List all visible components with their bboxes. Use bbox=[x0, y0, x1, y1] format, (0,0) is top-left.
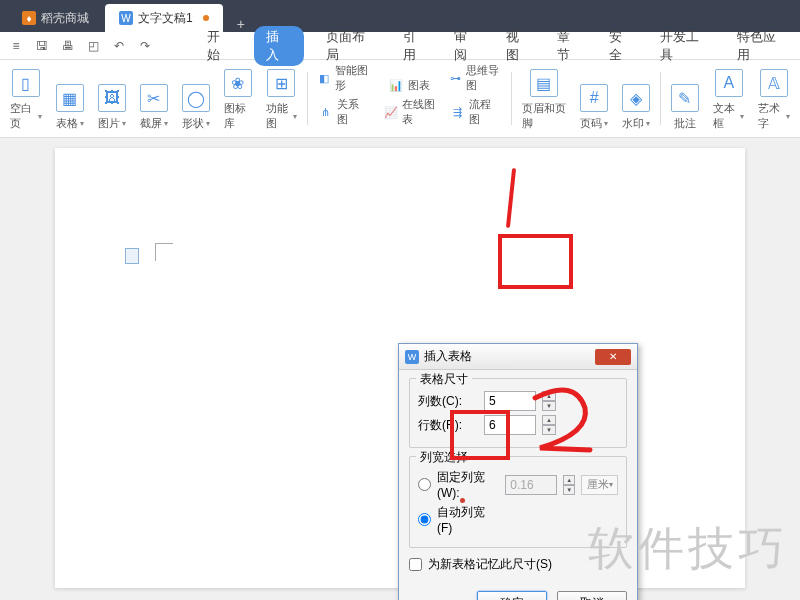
menu-layout[interactable]: 页面布局 bbox=[322, 26, 381, 66]
ribbon-diagram-group: ⊶思维导图 ⇶流程图 bbox=[443, 66, 507, 131]
tab-label: 稻壳商城 bbox=[41, 10, 89, 27]
chart-icon: 📊 bbox=[388, 77, 404, 93]
ribbon-textbox[interactable]: A文本框▾ bbox=[707, 66, 751, 131]
menu-insert[interactable]: 插入 bbox=[254, 26, 303, 66]
grid-icon: ⊞ bbox=[267, 69, 295, 97]
menu-dev[interactable]: 开发工具 bbox=[656, 26, 715, 66]
ribbon-smartart[interactable]: ◧智能图形 bbox=[318, 63, 370, 93]
fixed-width-input bbox=[505, 475, 557, 495]
undo-icon[interactable]: ↶ bbox=[111, 38, 127, 54]
flame-icon: ♦ bbox=[22, 11, 36, 25]
menu-review[interactable]: 审阅 bbox=[450, 26, 483, 66]
ribbon-pagenum[interactable]: #页码▾ bbox=[574, 66, 614, 131]
close-button[interactable]: ✕ bbox=[595, 349, 631, 365]
menu-view[interactable]: 视图 bbox=[502, 26, 535, 66]
size-legend: 表格尺寸 bbox=[416, 371, 472, 388]
modified-dot-icon bbox=[203, 15, 209, 21]
app-icon: W bbox=[405, 350, 419, 364]
smartart-icon: ◧ bbox=[318, 70, 331, 86]
rows-input[interactable] bbox=[484, 415, 536, 435]
fixed-width-spinner: ▲▼ bbox=[563, 475, 575, 495]
preview-icon[interactable]: ◰ bbox=[85, 38, 101, 54]
ribbon-relation[interactable]: ⋔关系图 bbox=[318, 97, 370, 127]
menu-security[interactable]: 安全 bbox=[605, 26, 638, 66]
flowchart-icon: ⇶ bbox=[449, 104, 465, 120]
comment-icon: ✎ bbox=[671, 84, 699, 112]
save-icon[interactable]: 🖫 bbox=[34, 38, 50, 54]
menu-ref[interactable]: 引用 bbox=[399, 26, 432, 66]
tab-label: 文字文稿1 bbox=[138, 10, 193, 27]
relation-icon: ⋔ bbox=[318, 104, 334, 120]
menu-special[interactable]: 特色应用 bbox=[733, 26, 792, 66]
pagenum-icon: # bbox=[580, 84, 608, 112]
width-legend: 列宽选择 bbox=[416, 449, 472, 466]
menu-chapter[interactable]: 章节 bbox=[553, 26, 586, 66]
ribbon-table[interactable]: ▦表格▾ bbox=[50, 66, 90, 131]
shape-icon: ◯ bbox=[182, 84, 210, 112]
ribbon-flowchart[interactable]: ⇶流程图 bbox=[449, 97, 501, 127]
ribbon-headerfooter[interactable]: ▤页眉和页脚 bbox=[516, 66, 572, 131]
cols-spinner[interactable]: ▲▼ bbox=[542, 391, 556, 411]
auto-width-label: 自动列宽(F) bbox=[437, 504, 497, 535]
remember-label: 为新表格记忆此尺寸(S) bbox=[428, 556, 552, 573]
unit-select[interactable]: 厘米▾ bbox=[581, 475, 618, 495]
ribbon-picture[interactable]: 🖼图片▾ bbox=[92, 66, 132, 131]
gallery-icon: ❀ bbox=[224, 69, 252, 97]
ribbon-onlinechart[interactable]: 📈在线图表 bbox=[384, 97, 436, 127]
fixed-width-label: 固定列宽(W): bbox=[437, 469, 499, 500]
table-icon: ▦ bbox=[56, 84, 84, 112]
remember-checkbox[interactable] bbox=[409, 558, 422, 571]
picture-icon: 🖼 bbox=[98, 84, 126, 112]
menu-icon[interactable]: ≡ bbox=[8, 38, 24, 54]
cols-label: 列数(C): bbox=[418, 393, 478, 410]
ribbon-watermark[interactable]: ◈水印▾ bbox=[616, 66, 656, 131]
fixed-width-radio[interactable] bbox=[418, 478, 431, 491]
ribbon-wordart[interactable]: 𝔸艺术字▾ bbox=[752, 66, 796, 131]
textbox-icon: A bbox=[715, 69, 743, 97]
ribbon-charts-group2: 📊图表 📈在线图表 bbox=[378, 66, 442, 131]
page-icon: ▯ bbox=[12, 69, 40, 97]
print-icon[interactable]: 🖶 bbox=[60, 38, 76, 54]
wordart-icon: 𝔸 bbox=[760, 69, 788, 97]
dialog-title: 插入表格 bbox=[424, 348, 472, 365]
ribbon-charts-group: ◧智能图形 ⋔关系图 bbox=[312, 66, 376, 131]
menu-start[interactable]: 开始 bbox=[203, 26, 236, 66]
onlinechart-icon: 📈 bbox=[384, 104, 398, 120]
ok-button[interactable]: 确定 bbox=[477, 591, 547, 600]
cols-input[interactable] bbox=[484, 391, 536, 411]
redo-icon[interactable]: ↷ bbox=[137, 38, 153, 54]
watermark-icon: ◈ bbox=[622, 84, 650, 112]
auto-width-radio[interactable] bbox=[418, 513, 431, 526]
ribbon-shape[interactable]: ◯形状▾ bbox=[176, 66, 216, 131]
ribbon-gallery[interactable]: ❀图标库 bbox=[218, 66, 258, 131]
mindmap-icon: ⊶ bbox=[449, 70, 462, 86]
ribbon-comment[interactable]: ✎批注 bbox=[665, 66, 705, 131]
header-icon: ▤ bbox=[530, 69, 558, 97]
rows-label: 行数(R): bbox=[418, 417, 478, 434]
watermark-text: 软件技巧 bbox=[588, 518, 788, 580]
page-marker-icon bbox=[125, 248, 139, 264]
tab-shell[interactable]: ♦ 稻壳商城 bbox=[8, 4, 103, 32]
ribbon-feature[interactable]: ⊞功能图▾ bbox=[260, 66, 304, 131]
doc-icon: W bbox=[119, 11, 133, 25]
margin-corner-icon bbox=[155, 243, 173, 261]
ribbon-screenshot[interactable]: ✂截屏▾ bbox=[134, 66, 174, 131]
scissors-icon: ✂ bbox=[140, 84, 168, 112]
rows-spinner[interactable]: ▲▼ bbox=[542, 415, 556, 435]
ribbon-chart[interactable]: 📊图表 bbox=[388, 77, 430, 93]
cancel-button[interactable]: 取消 bbox=[557, 591, 627, 600]
ribbon-blankpage[interactable]: ▯空白页▾ bbox=[4, 66, 48, 131]
ribbon-mindmap[interactable]: ⊶思维导图 bbox=[449, 63, 501, 93]
